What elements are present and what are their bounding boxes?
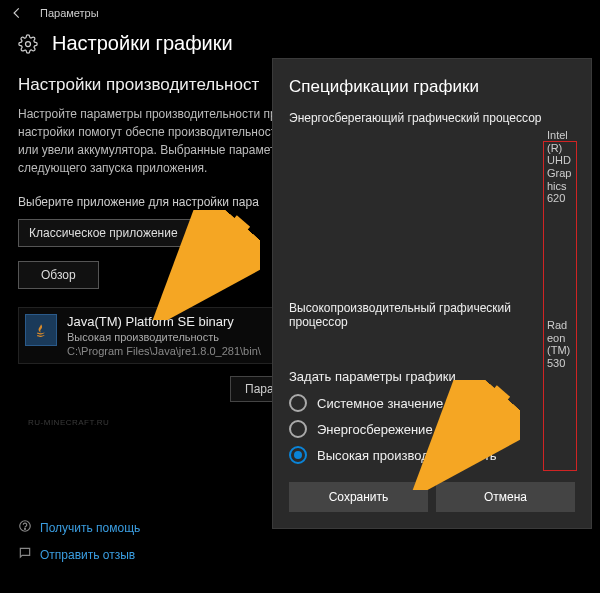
power-saving-gpu-label: Энергосберегающий графический процессор [289, 111, 549, 125]
high-perf-gpu-label: Высокопроизводительный графический проце… [289, 301, 549, 329]
java-icon [25, 314, 57, 346]
help-label: Получить помощь [40, 521, 140, 535]
watermark: RU-MINECRAFT.RU [28, 418, 109, 427]
radio-label: Энергосбережение [317, 422, 433, 437]
radio-icon [289, 446, 307, 464]
browse-button[interactable]: Обзор [18, 261, 99, 289]
dialog-title: Спецификации графики [289, 77, 575, 97]
app-name: Java(TM) Platform SE binary [67, 314, 261, 329]
radio-icon [289, 420, 307, 438]
svg-point-0 [26, 41, 31, 46]
high-perf-gpu-name: Radeon (TM) 530 [547, 319, 573, 370]
chevron-down-icon [215, 227, 227, 239]
radio-label: Системное значение по ум нию [317, 396, 508, 411]
app-path: C:\Program Files\Java\jre1.8.0_281\bin\ [67, 345, 261, 357]
app-type-dropdown[interactable]: Классическое приложение [18, 219, 238, 247]
feedback-link[interactable]: Отправить отзыв [18, 546, 140, 563]
radio-system-default[interactable]: Системное значение по ум нию [289, 394, 575, 412]
radio-power-saving[interactable]: Энергосбережение [289, 420, 575, 438]
svg-point-2 [25, 528, 26, 529]
help-icon [18, 519, 32, 536]
page-title: Настройки графики [52, 32, 233, 55]
radio-high-performance[interactable]: Высокая производительность [289, 446, 575, 464]
feedback-label: Отправить отзыв [40, 548, 135, 562]
graphics-spec-dialog: Спецификации графики Энергосберегающий г… [272, 58, 592, 529]
radio-section-title: Задать параметры графики [289, 369, 575, 384]
back-icon[interactable] [10, 6, 24, 20]
app-name-label: Параметры [40, 7, 99, 19]
settings-icon [18, 34, 38, 54]
feedback-icon [18, 546, 32, 563]
radio-icon [289, 394, 307, 412]
dropdown-value: Классическое приложение [29, 226, 178, 240]
power-saving-gpu-name: Intel(R) UHD Graphics 620 [547, 129, 573, 205]
save-button[interactable]: Сохранить [289, 482, 428, 512]
cancel-button[interactable]: Отмена [436, 482, 575, 512]
radio-label: Высокая производительность [317, 448, 497, 463]
app-perf-label: Высокая производительность [67, 331, 261, 343]
help-link[interactable]: Получить помощь [18, 519, 140, 536]
